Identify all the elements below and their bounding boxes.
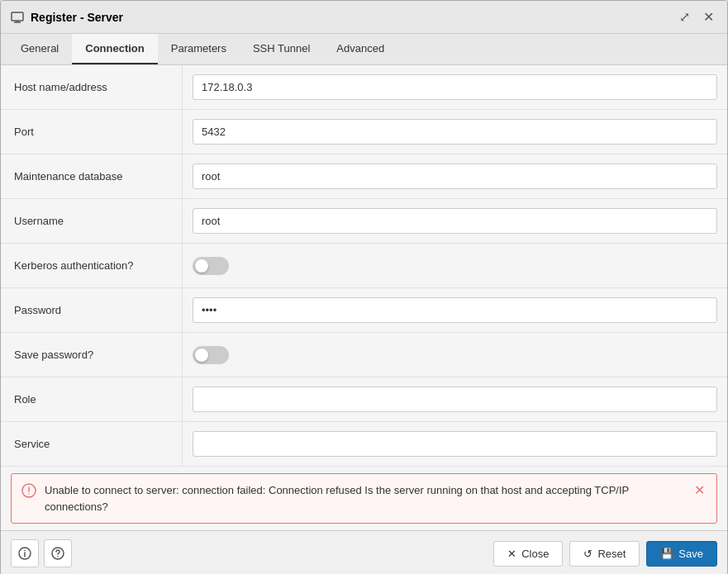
error-message: Unable to connect to server: connection … <box>45 482 684 515</box>
content-area: Host name/address Port Maintenance datab… <box>1 65 727 530</box>
footer-right: ✕ Close ↺ Reset 💾 Save <box>493 541 717 567</box>
error-icon <box>21 483 36 501</box>
control-maintenance-db <box>183 157 727 196</box>
error-banner: Unable to connect to server: connection … <box>11 473 717 524</box>
dialog-icon <box>11 11 24 24</box>
footer-left <box>11 539 72 567</box>
title-controls: ⤢ ✕ <box>676 7 717 26</box>
toggle-track-save-password <box>193 346 229 364</box>
reset-label: Reset <box>597 548 626 560</box>
reset-button[interactable]: ↺ Reset <box>569 541 640 567</box>
save-icon: 💾 <box>660 548 673 560</box>
control-save-password <box>183 339 727 371</box>
input-username[interactable] <box>193 208 717 234</box>
label-service: Service <box>1 422 183 466</box>
svg-rect-0 <box>12 12 23 21</box>
save-label: Save <box>678 548 703 560</box>
toggle-save-password[interactable] <box>193 346 229 364</box>
form-row-role: Role <box>1 377 727 422</box>
input-service[interactable] <box>193 431 717 457</box>
reset-icon: ↺ <box>583 548 592 560</box>
label-save-password: Save password? <box>1 333 183 377</box>
svg-point-5 <box>28 493 30 495</box>
control-password <box>183 291 727 330</box>
svg-point-10 <box>57 556 59 557</box>
form-table: Host name/address Port Maintenance datab… <box>1 65 727 467</box>
form-row-maintenance-db: Maintenance database <box>1 154 727 199</box>
control-hostname <box>183 68 727 107</box>
tab-connection[interactable]: Connection <box>72 34 158 64</box>
form-row-kerberos: Kerberos authentication? <box>1 244 727 288</box>
dialog-title: Register - Server <box>31 11 669 24</box>
maximize-button[interactable]: ⤢ <box>676 7 693 26</box>
form-row-password: Password <box>1 288 727 333</box>
control-username <box>183 202 727 240</box>
control-kerberos <box>183 250 727 282</box>
help-button[interactable] <box>44 539 72 567</box>
tab-parameters[interactable]: Parameters <box>158 34 240 64</box>
label-port: Port <box>1 110 183 154</box>
close-label: Close <box>521 548 549 560</box>
control-role <box>183 380 727 419</box>
close-button[interactable]: ✕ <box>700 7 717 26</box>
label-maintenance-db: Maintenance database <box>1 154 183 198</box>
svg-point-8 <box>24 550 26 552</box>
tab-advanced[interactable]: Advanced <box>323 34 397 64</box>
form-row-username: Username <box>1 199 727 244</box>
toggle-kerberos[interactable] <box>193 257 229 275</box>
tabs-bar: General Connection Parameters SSH Tunnel… <box>1 34 727 65</box>
toggle-track-kerberos <box>193 257 229 275</box>
form-row-service: Service <box>1 422 727 467</box>
form-row-hostname: Host name/address <box>1 65 727 110</box>
close-button-footer[interactable]: ✕ Close <box>493 541 563 567</box>
tab-ssh-tunnel[interactable]: SSH Tunnel <box>240 34 323 64</box>
input-role[interactable] <box>193 387 717 412</box>
save-button[interactable]: 💾 Save <box>646 541 717 567</box>
form-row-port: Port <box>1 110 727 154</box>
label-hostname: Host name/address <box>1 65 183 109</box>
tab-general[interactable]: General <box>7 34 72 64</box>
control-service <box>183 425 727 463</box>
info-button[interactable] <box>11 539 39 567</box>
input-port[interactable] <box>193 119 717 145</box>
close-icon: ✕ <box>507 548 516 560</box>
label-username: Username <box>1 199 183 243</box>
input-password[interactable] <box>193 297 717 323</box>
register-server-dialog: Register - Server ⤢ ✕ General Connection… <box>0 0 728 574</box>
form-row-save-password: Save password? <box>1 333 727 377</box>
input-maintenance-db[interactable] <box>193 164 717 189</box>
error-close-button[interactable]: ✕ <box>692 482 707 498</box>
label-role: Role <box>1 377 183 421</box>
control-port <box>183 112 727 151</box>
footer: ✕ Close ↺ Reset 💾 Save <box>1 530 727 574</box>
label-kerberos: Kerberos authentication? <box>1 244 183 287</box>
scroll-area[interactable]: Host name/address Port Maintenance datab… <box>1 65 727 467</box>
input-hostname[interactable] <box>193 74 717 100</box>
title-bar: Register - Server ⤢ ✕ <box>1 1 727 34</box>
label-password: Password <box>1 288 183 332</box>
